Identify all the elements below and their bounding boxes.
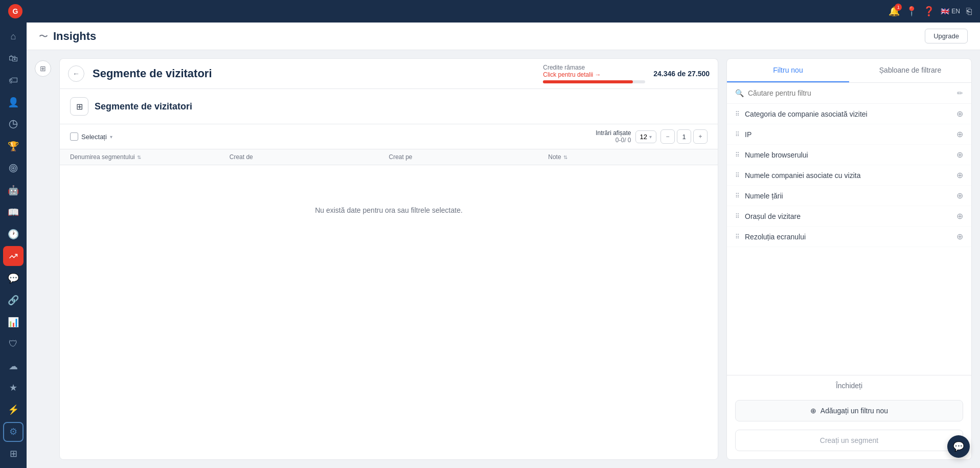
- next-page-button[interactable]: +: [693, 129, 708, 144]
- insights-icon: 〜: [39, 30, 48, 42]
- credits-label: Credite rămase: [543, 64, 645, 71]
- filter-item[interactable]: ⠿ Numele browserului ⊕: [727, 145, 971, 165]
- add-new-filter-button[interactable]: ⊕ Adăugați un filtru nou: [735, 400, 963, 421]
- back-area: ← Segmente de vizitatori: [68, 65, 212, 82]
- page-title-area: 〜 Insights: [39, 30, 96, 43]
- add-filter-icon[interactable]: ⊕: [956, 150, 963, 160]
- sidebar-item-chart-pie[interactable]: [3, 115, 24, 135]
- filter-label: Orașul de vizitare: [745, 212, 801, 220]
- location-icon[interactable]: 📍: [906, 6, 917, 17]
- left-panel: ⊞: [35, 58, 51, 460]
- create-segment-button[interactable]: Creați un segment: [735, 430, 963, 451]
- sidebar-item-trophy[interactable]: 🏆: [3, 137, 24, 157]
- credits-link[interactable]: Click pentru detalii →: [543, 71, 645, 78]
- drag-icon: ⠿: [735, 131, 740, 138]
- close-filter-button[interactable]: Închideți: [727, 375, 971, 396]
- filter-item[interactable]: ⠿ Numele țării ⊕: [727, 186, 971, 206]
- filter-label: Numele companiei asociate cu vizita: [745, 171, 860, 180]
- drag-icon: ⠿: [735, 233, 740, 240]
- add-filter-label: Adăugați un filtru nou: [821, 407, 888, 415]
- segment-icon: ⊞: [70, 97, 88, 116]
- sidebar-item-contacts[interactable]: 👤: [3, 93, 24, 113]
- sidebar-item-clock[interactable]: 🕐: [3, 224, 24, 244]
- filter-label: IP: [745, 130, 751, 139]
- sidebar-item-book[interactable]: 📖: [3, 203, 24, 222]
- sidebar-item-trending[interactable]: [3, 246, 24, 266]
- per-page-select[interactable]: 12 ▾: [635, 130, 656, 143]
- entries-label-area: Intrări afișate 0-0/ 0: [596, 129, 631, 144]
- select-all-checkbox[interactable]: [70, 132, 78, 141]
- current-page: 1: [677, 129, 691, 144]
- filter-label: Numele țării: [745, 192, 783, 200]
- svg-point-1: [11, 166, 16, 171]
- filter-item[interactable]: ⠿ IP ⊕: [727, 124, 971, 145]
- select-all[interactable]: Selectați ▾: [70, 132, 112, 141]
- main-segment-title: Segmente de vizitatori: [93, 67, 212, 80]
- col-notes[interactable]: Note ⇅: [548, 153, 708, 161]
- add-filter-icon[interactable]: ⊕: [956, 211, 963, 221]
- sidebar-item-settings[interactable]: ⚙: [3, 422, 24, 442]
- entries-label: Intrări afișate: [596, 129, 631, 137]
- add-filter-icon[interactable]: ⊕: [956, 129, 963, 139]
- add-filter-icon[interactable]: ⊕: [956, 232, 963, 241]
- sidebar-item-target[interactable]: [3, 159, 24, 179]
- credits-progress-bar: [543, 80, 645, 83]
- add-filter-icon[interactable]: ⊕: [956, 109, 963, 119]
- svg-point-2: [13, 168, 14, 169]
- prev-page-button[interactable]: −: [660, 129, 675, 144]
- sidebar-item-home[interactable]: ⌂: [3, 27, 24, 47]
- sidebar-item-star[interactable]: ★: [3, 378, 24, 398]
- sidebar-item-chat[interactable]: 💬: [3, 268, 24, 288]
- filter-tabs: Filtru nou Șabloane de filtrare: [727, 59, 971, 83]
- flag-icon: 🇬🇧: [941, 7, 949, 15]
- select-label: Selectați: [81, 133, 107, 141]
- page-title: Insights: [53, 30, 96, 43]
- filter-label: Numele browserului: [745, 151, 808, 159]
- add-icon: ⊕: [810, 407, 816, 415]
- upgrade-button[interactable]: Upgrade: [925, 29, 968, 43]
- chat-support-button[interactable]: 💬: [947, 435, 970, 458]
- sidebar-item-shop[interactable]: 🛍: [3, 49, 24, 69]
- sidebar-item-cloud[interactable]: ☁: [3, 356, 24, 376]
- page-navigation: − 1 +: [660, 129, 708, 144]
- filter-item[interactable]: ⠿ Rezoluția ecranului ⊕: [727, 227, 971, 247]
- expand-panel-button[interactable]: ⊞: [35, 60, 51, 77]
- filter-item[interactable]: ⠿ Orașul de vizitare ⊕: [727, 206, 971, 227]
- language-label: EN: [951, 8, 960, 15]
- drag-icon: ⠿: [735, 172, 740, 179]
- back-button[interactable]: ←: [68, 65, 84, 82]
- table-headers: Denumirea segmentului ⇅ Creat de Creat p…: [60, 149, 718, 165]
- language-selector[interactable]: 🇬🇧 EN: [941, 7, 960, 15]
- sidebar-item-puzzle[interactable]: ⊞: [3, 444, 24, 464]
- filter-search-area: 🔍 ✏: [727, 83, 971, 104]
- notifications-icon[interactable]: 🔔 1: [888, 6, 900, 17]
- credits-details: Credite rămase Click pentru detalii →: [543, 64, 645, 83]
- credits-info: Credite rămase Click pentru detalii → 24…: [543, 64, 710, 83]
- top-navigation: G 🔔 1 📍 ❓ 🇬🇧 EN ⎗: [0, 0, 980, 23]
- sidebar-item-shield[interactable]: 🛡: [3, 334, 24, 354]
- sidebar-item-bar-chart[interactable]: 📊: [3, 312, 24, 332]
- credits-bar: ← Segmente de vizitatori Credite rămase …: [59, 58, 718, 88]
- sidebar-item-tags[interactable]: 🏷: [3, 71, 24, 91]
- help-icon[interactable]: ❓: [923, 6, 935, 17]
- add-filter-icon[interactable]: ⊕: [956, 170, 963, 180]
- logout-icon[interactable]: ⎗: [966, 6, 972, 17]
- filter-search-input[interactable]: [748, 89, 953, 97]
- tab-filter-templates[interactable]: Șabloane de filtrare: [849, 59, 971, 82]
- credits-numbers: 24.346 de 27.500: [653, 70, 710, 78]
- tab-new-filter[interactable]: Filtru nou: [727, 59, 849, 82]
- add-filter-icon[interactable]: ⊕: [956, 191, 963, 200]
- sidebar-item-lightning[interactable]: ⚡: [3, 400, 24, 420]
- edit-icon[interactable]: ✏: [957, 89, 963, 97]
- content-area: ⊞ ← Segmente de vizitatori Credite rămas…: [27, 50, 980, 468]
- filter-item[interactable]: ⠿ Categoria de companie asociată vizitei…: [727, 104, 971, 124]
- select-chevron-icon: ▾: [110, 134, 112, 140]
- search-icon: 🔍: [735, 89, 744, 97]
- app-logo[interactable]: G: [8, 4, 22, 18]
- sidebar-item-link[interactable]: 🔗: [3, 290, 24, 310]
- nav-actions: 🔔 1 📍 ❓ 🇬🇧 EN ⎗: [888, 6, 972, 17]
- filter-item[interactable]: ⠿ Numele companiei asociate cu vizita ⊕: [727, 165, 971, 186]
- col-segment-name[interactable]: Denumirea segmentului ⇅: [70, 153, 230, 161]
- filter-label: Rezoluția ecranului: [745, 233, 806, 241]
- sidebar-item-robot[interactable]: 🤖: [3, 181, 24, 200]
